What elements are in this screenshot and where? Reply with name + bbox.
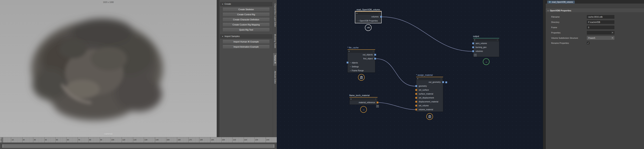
out-geometry-wire-stub[interactable] — [445, 81, 447, 83]
node-menu-icon[interactable]: ⋮ — [440, 78, 442, 80]
range-slider[interactable] — [0, 143, 277, 149]
port-row-geometry[interactable]: geometry — [416, 84, 443, 88]
port-row-burning-geo[interactable]: burning_geo — [473, 45, 499, 49]
range-start-handle[interactable] — [2, 144, 4, 148]
arrow-right-icon: → — [485, 60, 488, 63]
selected-node-pill[interactable]: read_OpenVDB_volume — [547, 0, 575, 3]
collapse-icon[interactable]: ▾ — [356, 12, 358, 14]
port-out-geometry-output[interactable] — [442, 81, 444, 83]
port-row-volumes[interactable]: volumes — [473, 49, 499, 53]
node-flame-torch-material[interactable]: flame_torch_material ▾ ⋮ material_refere… — [350, 97, 378, 105]
port-label: set_displacement — [419, 97, 434, 99]
node-menu-icon[interactable]: ⋮ — [378, 12, 380, 14]
volume-render-image — [0, 0, 217, 137]
port-row-volume-material[interactable]: volume_material — [416, 108, 443, 112]
row-frame-range[interactable]: ●Frame Range — [348, 69, 375, 72]
node-read-openvdb-volume[interactable]: read_OpenVDB_volume ▾ ⋮ volumes ●OpenVDB… — [355, 11, 381, 23]
bullet-icon: ● — [350, 62, 351, 63]
node-menu-icon[interactable]: ⋮ — [496, 39, 498, 41]
connection-filecache-firstobject-to-assign-geometry[interactable] — [376, 59, 415, 86]
chevron-down-icon: ▾ — [611, 31, 614, 34]
node-menu-icon[interactable]: ⋮ — [375, 98, 376, 100]
node-header[interactable]: ▾ ⋮ — [473, 38, 499, 41]
port-row-first-object[interactable]: first_object — [348, 57, 375, 61]
node-output[interactable]: output ▾ ⋮ aero_volume burning_geo volum… — [473, 38, 499, 57]
port-objects-input[interactable] — [347, 62, 348, 63]
volume-subdivision-structure-dropdown[interactable]: Power5 ▾ — [587, 36, 614, 40]
section-header-create[interactable]: ▼Create — [220, 2, 272, 6]
section-header-import-samples[interactable]: ▼Import Samples — [220, 34, 272, 39]
port-out-objects-output[interactable] — [374, 54, 376, 56]
port-material-reference-output[interactable] — [377, 102, 378, 103]
node-file-cache[interactable]: * file_cache ▾ ⋮ out_objects first_objec… — [348, 49, 375, 73]
connection-read-volumes-to-output-volumes[interactable] — [382, 17, 472, 51]
current-frame-marker[interactable] — [2, 138, 3, 143]
add-port-button[interactable]: + — [376, 105, 379, 108]
port-row-displacement-material[interactable]: displacement_material — [416, 100, 443, 104]
quick-rig-tool-button[interactable]: Quick Rig Tool — [222, 28, 270, 32]
port-displacement-material-input[interactable] — [415, 101, 417, 103]
param-row-frame: Frame — [546, 25, 644, 29]
row-settings[interactable]: ●Settings — [348, 65, 375, 69]
import-animation-example-button[interactable]: Import Animation Example — [222, 45, 270, 49]
filename-input[interactable] — [587, 15, 614, 19]
add-port-button[interactable]: + — [474, 54, 476, 56]
properties-dropdown[interactable]: ▾ — [587, 31, 614, 34]
node-header[interactable]: ▾ ⋮ — [348, 50, 375, 53]
tab-modeling-toolkit[interactable]: Modeling Toolkit — [273, 32, 277, 50]
port-aero-volume-input[interactable] — [472, 42, 474, 44]
row-openvdb-properties[interactable]: ●OpenVDB Properties — [356, 19, 381, 23]
create-custom-rig-mapping-button[interactable]: Create Custom Rig Mapping — [222, 22, 270, 27]
node-header[interactable]: ▾ ⋮ — [350, 98, 378, 101]
port-row-set-volume[interactable]: set_volume — [416, 104, 443, 108]
collapse-icon[interactable]: ▾ — [350, 98, 352, 100]
port-label: burning_geo — [476, 46, 486, 48]
port-surface-material-input[interactable] — [415, 93, 417, 95]
collapse-icon[interactable]: ▾ — [474, 39, 475, 41]
tab-human-ik[interactable]: Human IK — [273, 53, 277, 66]
port-row-surface-material[interactable]: surface_material — [416, 92, 443, 96]
port-set-displacement-input[interactable] — [415, 97, 417, 99]
app-root: 1920 x 1080 camera1 ▼Create Create Skele… — [0, 0, 644, 149]
port-row-aero-volume[interactable]: aero_volume — [473, 41, 499, 45]
port-row-material-reference[interactable]: material_reference — [350, 101, 378, 105]
connection-flame-material-to-assign-volumematerial[interactable] — [379, 103, 415, 110]
directory-input[interactable] — [587, 20, 614, 24]
port-first-object-output[interactable] — [374, 58, 376, 59]
port-set-volume-input[interactable] — [415, 105, 417, 107]
create-control-rig-button[interactable]: Create Control Rig — [222, 12, 270, 16]
port-geometry-input[interactable] — [415, 85, 417, 87]
tab-channel-box-layer-editor[interactable]: Channel Box / Layer Editor — [273, 1, 277, 29]
port-row-volumes[interactable]: volumes — [356, 15, 381, 19]
port-row-out-objects[interactable]: out_objects — [348, 53, 375, 57]
node-menu-icon[interactable]: ⋮ — [372, 50, 374, 52]
node-graph-canvas[interactable]: read_OpenVDB_volume ▾ ⋮ volumes ●OpenVDB… — [277, 0, 543, 149]
range-slider-bar[interactable] — [2, 144, 275, 148]
time-slider[interactable]: 1102030405060708090100110120130140150160… — [0, 137, 277, 143]
frame-input[interactable] — [587, 26, 614, 29]
node-assign-material[interactable]: * assign_material ▾ ⋮ out_geometry geome… — [416, 77, 443, 112]
import-humanik-example-button[interactable]: Import Human IK Example — [222, 39, 270, 44]
port-set-surface-input[interactable] — [415, 89, 417, 91]
range-end-handle[interactable] — [273, 144, 274, 148]
render-viewport[interactable]: 1920 x 1080 camera1 — [0, 0, 217, 137]
port-volumes-output[interactable] — [380, 16, 382, 18]
tick-label: 10 — [11, 137, 22, 143]
collapse-icon[interactable]: ▾ — [348, 50, 350, 52]
panel-splitter[interactable] — [543, 0, 546, 149]
create-skeleton-button[interactable]: Create Skeleton — [222, 7, 270, 11]
section-openvdb-properties[interactable]: ▾OpenVDB Properties — [546, 9, 644, 12]
port-volumes-input[interactable] — [472, 50, 474, 52]
collapse-icon[interactable]: ▾ — [417, 78, 418, 80]
node-header[interactable]: ▾ ⋮ — [416, 77, 443, 80]
rename-properties-checkbox[interactable]: ✓ — [587, 42, 590, 44]
row-objects[interactable]: ●objects — [348, 61, 375, 65]
port-burning-geo-input[interactable] — [472, 46, 474, 48]
port-volume-material-input[interactable] — [415, 109, 417, 110]
port-row-set-surface[interactable]: set_surface — [416, 88, 443, 92]
port-row-out-geometry[interactable]: out_geometry — [416, 80, 443, 84]
node-header[interactable]: ▾ ⋮ — [356, 12, 381, 15]
create-character-definition-button[interactable]: Create Character Definition — [222, 17, 270, 21]
port-row-set-displacement[interactable]: set_displacement — [416, 96, 443, 100]
tab-attribute-editor[interactable]: Attribute Editor — [273, 69, 277, 86]
